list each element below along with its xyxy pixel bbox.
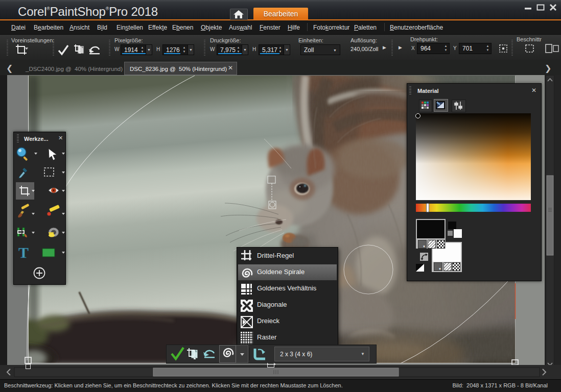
svg-text:T: T: [18, 244, 29, 261]
